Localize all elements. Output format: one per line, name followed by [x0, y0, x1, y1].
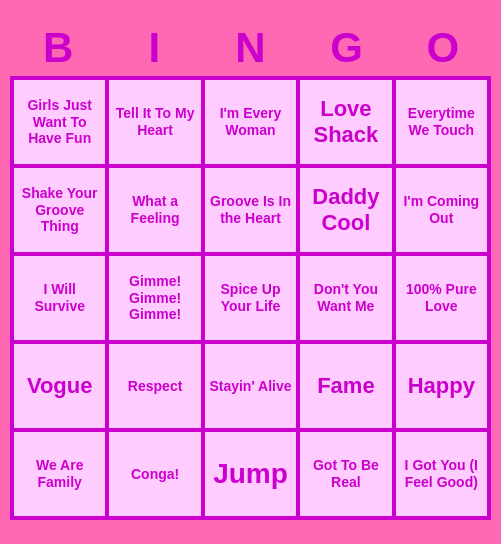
bingo-cell-17[interactable]: Stayin' Alive: [203, 342, 298, 430]
bingo-cell-11[interactable]: Gimme! Gimme! Gimme!: [107, 254, 202, 342]
bingo-cell-6[interactable]: What a Feeling: [107, 166, 202, 254]
bingo-cell-4[interactable]: Everytime We Touch: [394, 78, 489, 166]
bingo-cell-13[interactable]: Don't You Want Me: [298, 254, 393, 342]
bingo-header: B I N G O: [10, 24, 491, 72]
bingo-cell-16[interactable]: Respect: [107, 342, 202, 430]
bingo-cell-19[interactable]: Happy: [394, 342, 489, 430]
bingo-cell-7[interactable]: Groove Is In the Heart: [203, 166, 298, 254]
letter-n: N: [205, 24, 295, 72]
bingo-cell-2[interactable]: I'm Every Woman: [203, 78, 298, 166]
bingo-cell-5[interactable]: Shake Your Groove Thing: [12, 166, 107, 254]
bingo-cell-9[interactable]: I'm Coming Out: [394, 166, 489, 254]
bingo-cell-8[interactable]: Daddy Cool: [298, 166, 393, 254]
bingo-cell-3[interactable]: Love Shack: [298, 78, 393, 166]
bingo-cell-20[interactable]: We Are Family: [12, 430, 107, 518]
bingo-cell-15[interactable]: Vogue: [12, 342, 107, 430]
bingo-cell-23[interactable]: Got To Be Real: [298, 430, 393, 518]
bingo-card: B I N G O Girls Just Want To Have FunTel…: [0, 14, 501, 530]
bingo-cell-1[interactable]: Tell It To My Heart: [107, 78, 202, 166]
bingo-cell-21[interactable]: Conga!: [107, 430, 202, 518]
bingo-cell-10[interactable]: I Will Survive: [12, 254, 107, 342]
letter-o: O: [398, 24, 488, 72]
bingo-cell-12[interactable]: Spice Up Your Life: [203, 254, 298, 342]
letter-i: I: [109, 24, 199, 72]
bingo-grid: Girls Just Want To Have FunTell It To My…: [10, 76, 491, 520]
bingo-cell-22[interactable]: Jump: [203, 430, 298, 518]
letter-g: G: [302, 24, 392, 72]
bingo-cell-14[interactable]: 100% Pure Love: [394, 254, 489, 342]
bingo-cell-0[interactable]: Girls Just Want To Have Fun: [12, 78, 107, 166]
bingo-cell-24[interactable]: I Got You (I Feel Good): [394, 430, 489, 518]
letter-b: B: [13, 24, 103, 72]
bingo-cell-18[interactable]: Fame: [298, 342, 393, 430]
